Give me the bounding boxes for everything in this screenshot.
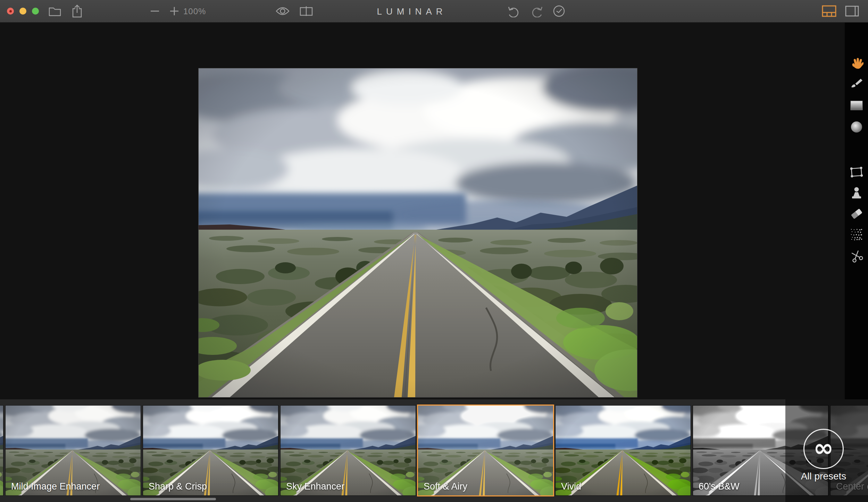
folder-icon [48, 6, 61, 17]
hand-tool[interactable] [849, 56, 864, 70]
history-button[interactable] [551, 4, 567, 18]
filmstrip-scrollbar[interactable] [130, 498, 216, 500]
brush-tool[interactable] [849, 77, 864, 92]
all-presets-button[interactable]: ∞ [803, 429, 844, 469]
preset-label: Vivid [561, 481, 581, 492]
noise-dots-icon [850, 228, 863, 241]
all-presets-label: All presets [789, 471, 858, 482]
zoom-level: 100% [183, 7, 215, 16]
eye-icon [275, 6, 290, 16]
export-button[interactable] [69, 4, 85, 18]
side-panel-toggle[interactable] [844, 4, 860, 18]
brush-icon [850, 77, 863, 91]
preset-thumbnail-soft-airy[interactable]: Soft & Airy [418, 406, 553, 495]
compare-view-button[interactable] [299, 4, 314, 18]
zoom-in-button[interactable] [167, 4, 182, 18]
eraser-icon [850, 207, 863, 221]
eraser-tool[interactable] [849, 206, 864, 221]
preset-label: Sharp & Crisp [149, 481, 207, 492]
denoise-tool[interactable] [849, 227, 864, 242]
crop-tool[interactable] [849, 165, 864, 179]
preset-thumbnail-sharp-crisp[interactable]: Sharp & Crisp [143, 406, 278, 495]
close-button[interactable] [7, 8, 14, 15]
side-panel-icon [845, 5, 859, 17]
split-view-icon [299, 5, 313, 17]
history-clock-icon [552, 4, 566, 18]
gradient-mask-tool[interactable] [849, 98, 864, 113]
zoom-out-button[interactable] [147, 4, 162, 18]
presets-panel-toggle[interactable] [821, 4, 837, 18]
free-transform-tool[interactable] [849, 249, 864, 263]
gradient-icon [850, 101, 863, 110]
preset-thumbnail-vivid[interactable]: Vivid [556, 406, 691, 495]
open-file-button[interactable] [47, 4, 62, 18]
crop-icon [849, 165, 864, 179]
preset-label: 60's B&W [699, 481, 740, 492]
radial-mask-tool[interactable] [849, 120, 864, 134]
share-icon [71, 4, 83, 18]
unsaved-dot-icon [9, 10, 12, 12]
preset-label: Soft & Airy [424, 481, 467, 492]
stamp-icon [850, 187, 863, 200]
luminar-window: 100% LUMINAR [0, 0, 868, 502]
editor-canvas [0, 22, 845, 399]
preview-toggle-button[interactable] [275, 4, 290, 18]
tools-sidebar [845, 22, 868, 399]
radial-gradient-icon [850, 121, 863, 133]
toolbar: 100% LUMINAR [0, 0, 868, 23]
preset-thumbnail-sky-enhancer[interactable]: Sky Enhancer [281, 406, 416, 495]
preset-thumbnail-mild-image-enhancer[interactable]: Mild Image Enhancer [6, 406, 141, 495]
app-title: LUMINAR [358, 6, 462, 17]
maximize-button[interactable] [32, 8, 39, 15]
redo-button[interactable] [529, 4, 544, 18]
preset-thumbnail-partial-left[interactable] [0, 406, 3, 495]
infinity-icon: ∞ [813, 436, 834, 460]
scissors-icon [850, 249, 863, 263]
undo-icon [507, 5, 520, 17]
minus-icon [150, 10, 159, 12]
clone-stamp-tool[interactable] [849, 186, 864, 201]
photo-canvas[interactable] [199, 68, 637, 397]
hand-icon [850, 56, 863, 70]
minimize-button[interactable] [19, 8, 26, 15]
presets-filmstrip: Mild Image Enhancer Sharp & Crisp Sky En… [0, 399, 868, 502]
plus-icon [169, 6, 179, 16]
redo-icon [530, 5, 543, 17]
undo-button[interactable] [506, 4, 521, 18]
bottom-panel-icon [821, 5, 837, 18]
preset-label: Mild Image Enhancer [11, 481, 100, 492]
preset-label: Sky Enhancer [286, 481, 344, 492]
